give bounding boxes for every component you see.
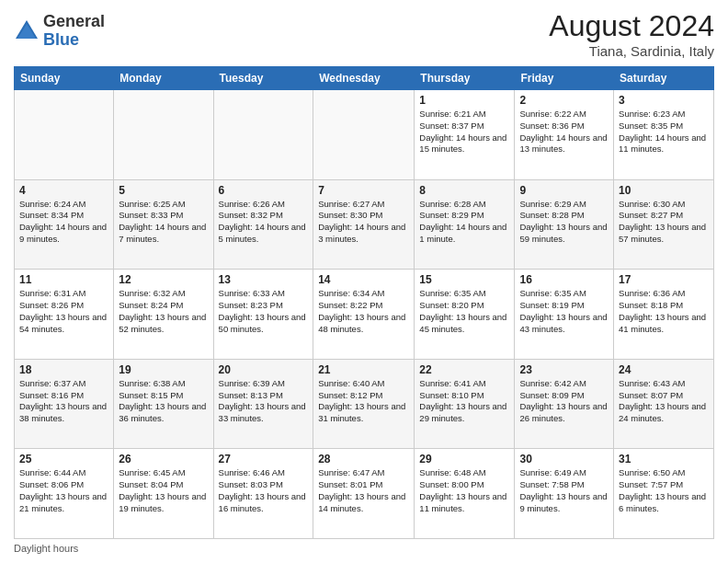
day-number: 23 [519, 363, 609, 376]
day-number: 5 [119, 184, 208, 197]
day-cell: 6Sunrise: 6:26 AM Sunset: 8:32 PM Daylig… [213, 179, 313, 270]
day-cell: 18Sunrise: 6:37 AM Sunset: 8:16 PM Dayli… [15, 359, 114, 449]
day-cell: 15Sunrise: 6:35 AM Sunset: 8:20 PM Dayli… [415, 270, 515, 360]
day-info: Sunrise: 6:37 AM Sunset: 8:16 PM Dayligh… [19, 378, 108, 425]
day-info: Sunrise: 6:44 AM Sunset: 8:06 PM Dayligh… [19, 467, 108, 514]
day-number: 25 [19, 453, 108, 465]
day-cell: 7Sunrise: 6:27 AM Sunset: 8:30 PM Daylig… [313, 179, 415, 270]
day-info: Sunrise: 6:32 AM Sunset: 8:24 PM Dayligh… [119, 288, 208, 335]
day-cell: 27Sunrise: 6:46 AM Sunset: 8:03 PM Dayli… [213, 449, 313, 539]
day-info: Sunrise: 6:38 AM Sunset: 8:15 PM Dayligh… [119, 378, 208, 425]
day-info: Sunrise: 6:40 AM Sunset: 8:12 PM Dayligh… [318, 378, 409, 425]
day-info: Sunrise: 6:26 AM Sunset: 8:32 PM Dayligh… [219, 199, 309, 246]
day-number: 3 [619, 94, 709, 107]
day-number: 28 [318, 453, 409, 465]
day-cell: 19Sunrise: 6:38 AM Sunset: 8:15 PM Dayli… [114, 359, 213, 449]
day-info: Sunrise: 6:49 AM Sunset: 7:58 PM Dayligh… [519, 467, 609, 514]
day-cell: 17Sunrise: 6:36 AM Sunset: 8:18 PM Dayli… [614, 270, 714, 360]
day-info: Sunrise: 6:30 AM Sunset: 8:27 PM Dayligh… [619, 199, 709, 246]
day-number: 31 [619, 453, 709, 465]
col-friday: Friday [515, 67, 614, 90]
day-cell: 23Sunrise: 6:42 AM Sunset: 8:09 PM Dayli… [515, 359, 614, 449]
logo-icon [14, 18, 40, 44]
day-cell: 16Sunrise: 6:35 AM Sunset: 8:19 PM Dayli… [515, 270, 614, 360]
day-cell: 14Sunrise: 6:34 AM Sunset: 8:22 PM Dayli… [313, 270, 415, 360]
day-cell: 2Sunrise: 6:22 AM Sunset: 8:36 PM Daylig… [515, 90, 614, 180]
day-info: Sunrise: 6:50 AM Sunset: 7:57 PM Dayligh… [619, 467, 709, 514]
day-cell: 8Sunrise: 6:28 AM Sunset: 8:29 PM Daylig… [415, 179, 515, 270]
logo-general: General [43, 13, 105, 31]
day-cell [15, 90, 114, 180]
day-info: Sunrise: 6:47 AM Sunset: 8:01 PM Dayligh… [318, 467, 409, 514]
day-number: 24 [619, 363, 709, 376]
day-info: Sunrise: 6:35 AM Sunset: 8:19 PM Dayligh… [519, 288, 609, 335]
footer-note: Daylight hours [14, 543, 714, 554]
day-cell: 30Sunrise: 6:49 AM Sunset: 7:58 PM Dayli… [515, 449, 614, 539]
day-cell: 12Sunrise: 6:32 AM Sunset: 8:24 PM Dayli… [114, 270, 213, 360]
logo-blue: Blue [43, 31, 105, 50]
day-cell: 31Sunrise: 6:50 AM Sunset: 7:57 PM Dayli… [614, 449, 714, 539]
day-info: Sunrise: 6:24 AM Sunset: 8:34 PM Dayligh… [19, 199, 108, 246]
day-info: Sunrise: 6:31 AM Sunset: 8:26 PM Dayligh… [19, 288, 108, 335]
day-cell: 3Sunrise: 6:23 AM Sunset: 8:35 PM Daylig… [614, 90, 714, 180]
day-info: Sunrise: 6:25 AM Sunset: 8:33 PM Dayligh… [119, 199, 208, 246]
day-info: Sunrise: 6:33 AM Sunset: 8:23 PM Dayligh… [219, 288, 309, 335]
day-cell: 29Sunrise: 6:48 AM Sunset: 8:00 PM Dayli… [415, 449, 515, 539]
day-info: Sunrise: 6:28 AM Sunset: 8:29 PM Dayligh… [419, 199, 509, 246]
day-number: 30 [519, 453, 609, 465]
day-cell: 21Sunrise: 6:40 AM Sunset: 8:12 PM Dayli… [313, 359, 415, 449]
day-number: 13 [219, 273, 309, 286]
calendar-table: Sunday Monday Tuesday Wednesday Thursday… [14, 66, 714, 539]
col-thursday: Thursday [415, 67, 515, 90]
day-number: 12 [119, 273, 208, 286]
day-cell: 25Sunrise: 6:44 AM Sunset: 8:06 PM Dayli… [15, 449, 114, 539]
day-number: 29 [419, 453, 509, 465]
week-row-4: 18Sunrise: 6:37 AM Sunset: 8:16 PM Dayli… [15, 359, 714, 449]
day-info: Sunrise: 6:41 AM Sunset: 8:10 PM Dayligh… [419, 378, 509, 425]
week-row-5: 25Sunrise: 6:44 AM Sunset: 8:06 PM Dayli… [15, 449, 714, 539]
day-number: 11 [19, 273, 108, 286]
day-number: 1 [419, 94, 509, 107]
day-cell [114, 90, 213, 180]
day-cell: 9Sunrise: 6:29 AM Sunset: 8:28 PM Daylig… [515, 179, 614, 270]
day-number: 15 [419, 273, 509, 286]
day-cell: 1Sunrise: 6:21 AM Sunset: 8:37 PM Daylig… [415, 90, 515, 180]
day-info: Sunrise: 6:27 AM Sunset: 8:30 PM Dayligh… [318, 199, 409, 246]
day-number: 2 [519, 94, 609, 107]
day-info: Sunrise: 6:23 AM Sunset: 8:35 PM Dayligh… [619, 109, 709, 155]
day-cell: 10Sunrise: 6:30 AM Sunset: 8:27 PM Dayli… [614, 179, 714, 270]
day-number: 17 [619, 273, 709, 286]
day-info: Sunrise: 6:34 AM Sunset: 8:22 PM Dayligh… [318, 288, 409, 335]
day-info: Sunrise: 6:29 AM Sunset: 8:28 PM Dayligh… [519, 199, 609, 246]
day-info: Sunrise: 6:46 AM Sunset: 8:03 PM Dayligh… [219, 467, 309, 514]
day-number: 9 [519, 184, 609, 197]
week-row-2: 4Sunrise: 6:24 AM Sunset: 8:34 PM Daylig… [15, 179, 714, 270]
day-number: 18 [19, 363, 108, 376]
day-info: Sunrise: 6:43 AM Sunset: 8:07 PM Dayligh… [619, 378, 709, 425]
col-sunday: Sunday [15, 67, 114, 90]
header: General Blue August 2024 Tiana, Sardinia… [14, 9, 714, 59]
day-number: 6 [219, 184, 309, 197]
day-number: 7 [318, 184, 409, 197]
col-tuesday: Tuesday [213, 67, 313, 90]
day-cell: 20Sunrise: 6:39 AM Sunset: 8:13 PM Dayli… [213, 359, 313, 449]
day-number: 10 [619, 184, 709, 197]
day-cell: 28Sunrise: 6:47 AM Sunset: 8:01 PM Dayli… [313, 449, 415, 539]
day-info: Sunrise: 6:21 AM Sunset: 8:37 PM Dayligh… [419, 109, 509, 155]
day-number: 27 [219, 453, 309, 465]
day-number: 26 [119, 453, 208, 465]
header-row: Sunday Monday Tuesday Wednesday Thursday… [15, 67, 714, 90]
day-number: 19 [119, 363, 208, 376]
day-info: Sunrise: 6:42 AM Sunset: 8:09 PM Dayligh… [519, 378, 609, 425]
footer-text: Daylight hours [14, 543, 78, 554]
month-year: August 2024 [549, 9, 714, 43]
day-cell: 4Sunrise: 6:24 AM Sunset: 8:34 PM Daylig… [15, 179, 114, 270]
day-info: Sunrise: 6:45 AM Sunset: 8:04 PM Dayligh… [119, 467, 208, 514]
col-saturday: Saturday [614, 67, 714, 90]
day-number: 22 [419, 363, 509, 376]
day-number: 4 [19, 184, 108, 197]
week-row-1: 1Sunrise: 6:21 AM Sunset: 8:37 PM Daylig… [15, 90, 714, 180]
day-info: Sunrise: 6:22 AM Sunset: 8:36 PM Dayligh… [519, 109, 609, 155]
day-info: Sunrise: 6:35 AM Sunset: 8:20 PM Dayligh… [419, 288, 509, 335]
day-number: 8 [419, 184, 509, 197]
